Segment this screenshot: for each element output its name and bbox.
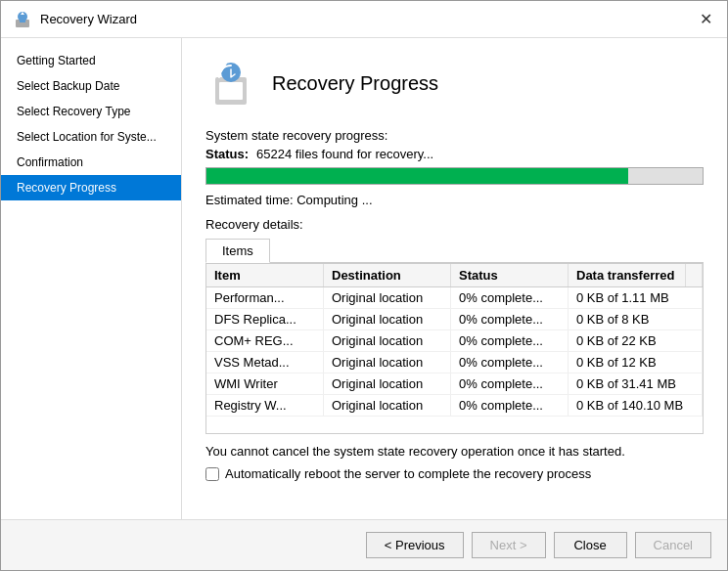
status-value: 65224 files found for recovery... xyxy=(256,147,433,161)
sidebar-item-select-location[interactable]: Select Location for Syste... xyxy=(1,124,181,150)
cell-destination: Original location xyxy=(324,330,451,351)
cell-destination: Original location xyxy=(324,373,451,394)
status-row: Status: 65224 files found for recovery..… xyxy=(205,147,704,161)
cell-item: DFS Replica... xyxy=(206,309,324,329)
table-body[interactable]: Performan... Original location 0% comple… xyxy=(206,287,703,433)
col-header-status: Status xyxy=(451,264,569,286)
sidebar-item-confirmation[interactable]: Confirmation xyxy=(1,150,181,175)
tabs: Items xyxy=(205,238,704,263)
cancel-button[interactable]: Cancel xyxy=(635,532,711,558)
sidebar-item-select-backup-date[interactable]: Select Backup Date xyxy=(1,73,181,99)
cell-status: 0% complete... xyxy=(451,373,569,394)
cell-item: COM+ REG... xyxy=(206,330,324,351)
col-header-item: Item xyxy=(206,264,324,286)
cell-status: 0% complete... xyxy=(451,309,569,329)
status-label: Status: xyxy=(205,147,249,161)
table-row: COM+ REG... Original location 0% complet… xyxy=(206,330,703,352)
page-title: Recovery Progress xyxy=(272,72,438,95)
cell-status: 0% complete... xyxy=(451,352,569,373)
sidebar-item-getting-started[interactable]: Getting Started xyxy=(1,48,181,73)
col-header-data: Data transferred xyxy=(569,264,686,286)
page-header: Recovery Progress xyxy=(205,58,704,109)
cell-data: 0 KB of 31.41 MB xyxy=(569,373,703,394)
cell-destination: Original location xyxy=(324,352,451,373)
main-panel: Recovery Progress System state recovery … xyxy=(182,38,727,519)
title-bar-text: Recovery Wizard xyxy=(40,12,137,26)
cell-data: 0 KB of 140.10 MB xyxy=(569,395,703,416)
sidebar: Getting Started Select Backup Date Selec… xyxy=(1,38,182,519)
recovery-icon xyxy=(205,58,256,109)
cell-status: 0% complete... xyxy=(451,287,569,308)
table-row: Performan... Original location 0% comple… xyxy=(206,287,703,309)
recovery-details-label: Recovery details: xyxy=(205,217,704,232)
svg-rect-2 xyxy=(20,20,25,22)
sidebar-item-recovery-progress[interactable]: Recovery Progress xyxy=(1,175,181,200)
checkbox-row: Automatically reboot the server to compl… xyxy=(205,466,704,481)
content-area: Getting Started Select Backup Date Selec… xyxy=(1,38,727,519)
cell-data: 0 KB of 22 KB xyxy=(569,330,703,351)
cell-item: VSS Metad... xyxy=(206,352,324,373)
warning-text: You cannot cancel the system state recov… xyxy=(205,444,704,459)
cell-destination: Original location xyxy=(324,395,451,416)
close-button-footer[interactable]: Close xyxy=(554,532,627,558)
auto-reboot-label: Automatically reboot the server to compl… xyxy=(225,466,591,481)
table-row: WMI Writer Original location 0% complete… xyxy=(206,373,703,395)
title-bar-left: Recovery Wizard xyxy=(13,10,137,29)
svg-rect-4 xyxy=(219,82,243,100)
col-header-scroll xyxy=(686,264,703,286)
table-header: Item Destination Status Data transferred xyxy=(206,264,703,287)
cell-status: 0% complete... xyxy=(451,330,569,351)
cell-status: 0% complete... xyxy=(451,395,569,416)
system-state-label: System state recovery progress: xyxy=(205,128,704,143)
recovery-table: Item Destination Status Data transferred… xyxy=(205,263,704,434)
title-bar: Recovery Wizard ✕ xyxy=(1,1,727,38)
cell-data: 0 KB of 8 KB xyxy=(569,309,703,329)
close-button[interactable]: ✕ xyxy=(696,10,715,29)
estimated-time: Estimated time: Computing ... xyxy=(205,193,704,207)
cell-data: 0 KB of 12 KB xyxy=(569,352,703,373)
footer: < Previous Next > Close Cancel xyxy=(1,519,727,570)
cell-item: Registry W... xyxy=(206,395,324,416)
cell-item: WMI Writer xyxy=(206,373,324,394)
col-header-destination: Destination xyxy=(324,264,451,286)
cell-destination: Original location xyxy=(324,287,451,308)
cell-destination: Original location xyxy=(324,309,451,329)
cell-data: 0 KB of 1.11 MB xyxy=(569,287,703,308)
sidebar-item-select-recovery-type[interactable]: Select Recovery Type xyxy=(1,99,181,124)
table-row: Registry W... Original location 0% compl… xyxy=(206,395,703,417)
wizard-icon xyxy=(13,10,32,29)
tab-items[interactable]: Items xyxy=(205,239,270,263)
auto-reboot-checkbox[interactable] xyxy=(205,467,219,481)
table-row: DFS Replica... Original location 0% comp… xyxy=(206,309,703,330)
progress-bar-fill xyxy=(206,168,628,184)
recovery-wizard-window: Recovery Wizard ✕ Getting Started Select… xyxy=(0,0,728,571)
table-row: VSS Metad... Original location 0% comple… xyxy=(206,352,703,373)
next-button[interactable]: Next > xyxy=(472,532,546,558)
progress-bar-container xyxy=(205,167,704,185)
cell-item: Performan... xyxy=(206,287,324,308)
previous-button[interactable]: < Previous xyxy=(366,532,464,558)
